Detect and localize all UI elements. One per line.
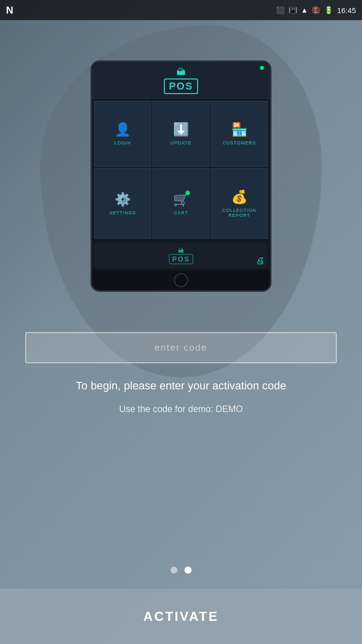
settings-icon: ⚙️ bbox=[115, 192, 131, 207]
grid-cell-login[interactable]: 👤 LOGIN bbox=[94, 101, 151, 167]
customers-icon: 🏪 bbox=[231, 122, 247, 137]
wifi-icon: ▲ bbox=[301, 6, 308, 14]
pos-logo-box: 🏔 POS bbox=[164, 67, 198, 94]
cart-badge: 🛒 bbox=[173, 192, 189, 207]
demo-code-text: Use the code for demo: DEMO bbox=[119, 404, 243, 415]
receipt-icon: 🖨 bbox=[256, 256, 265, 266]
activate-button[interactable]: ACTIVATE bbox=[0, 589, 362, 644]
pagination-dots bbox=[0, 567, 362, 574]
status-right: ⬛ 📳 ▲ 📵 🔋 16:45 bbox=[276, 6, 356, 15]
grid-cell-collection[interactable]: 💰 COLLECTION REPORT bbox=[211, 168, 268, 239]
main-content: To begin, please enter your activation c… bbox=[0, 332, 362, 415]
dot-2[interactable] bbox=[185, 567, 192, 574]
vibrate-icon: 📳 bbox=[289, 6, 297, 14]
tablet-header: 🏔 POS bbox=[92, 62, 270, 99]
cart-badge-dot bbox=[186, 191, 190, 195]
app-logo: N bbox=[6, 5, 13, 16]
tablet-grid: 👤 LOGIN ⬇️ UPDATE 🏪 CUSTOMERS ⚙️ SETTING… bbox=[92, 99, 270, 241]
status-left: N bbox=[6, 5, 13, 16]
update-icon: ⬇️ bbox=[173, 122, 189, 137]
cast-icon: ⬛ bbox=[276, 6, 285, 14]
grid-cell-cart[interactable]: 🛒 CART bbox=[152, 168, 210, 239]
update-label: UPDATE bbox=[170, 140, 192, 145]
tablet-mockup: 🏔 POS 👤 LOGIN ⬇️ UPDATE 🏪 CUSTOMERS ⚙️ S… bbox=[90, 60, 272, 292]
status-bar: N ⬛ 📳 ▲ 📵 🔋 16:45 bbox=[0, 0, 362, 20]
collection-icon: 💰 bbox=[231, 189, 247, 205]
tablet-bottom-logo: 🏔 POS bbox=[94, 243, 268, 268]
pos-logo-text: POS bbox=[164, 78, 198, 94]
tablet-screen: 🏔 POS 👤 LOGIN ⬇️ UPDATE 🏪 CUSTOMERS ⚙️ S… bbox=[92, 62, 270, 270]
cart-label: CART bbox=[174, 210, 188, 215]
activation-title: To begin, please enter your activation c… bbox=[76, 378, 286, 394]
collection-label: COLLECTION REPORT bbox=[214, 208, 264, 218]
customers-label: CUSTOMERS bbox=[223, 140, 256, 145]
grid-cell-update[interactable]: ⬇️ UPDATE bbox=[152, 101, 210, 167]
status-time: 16:45 bbox=[337, 6, 356, 15]
activation-code-input[interactable] bbox=[25, 332, 337, 363]
settings-label: SETTINGS bbox=[109, 210, 136, 215]
pos-logo-icon: 🏔 bbox=[176, 67, 186, 77]
bottom-pos-text: POS bbox=[169, 254, 193, 264]
dot-1[interactable] bbox=[170, 567, 177, 574]
status-dot bbox=[260, 66, 264, 70]
login-icon: 👤 bbox=[115, 122, 131, 137]
code-input-wrapper bbox=[25, 332, 337, 363]
tablet-home-button[interactable] bbox=[174, 273, 188, 287]
grid-cell-customers[interactable]: 🏪 CUSTOMERS bbox=[211, 101, 268, 167]
battery-icon: 🔋 bbox=[324, 6, 333, 14]
signal-icon: 📵 bbox=[312, 6, 320, 14]
tablet-bottom-section: 🏔 POS 🖨 bbox=[92, 241, 270, 270]
login-label: LOGIN bbox=[114, 140, 131, 145]
grid-cell-settings[interactable]: ⚙️ SETTINGS bbox=[94, 168, 151, 239]
